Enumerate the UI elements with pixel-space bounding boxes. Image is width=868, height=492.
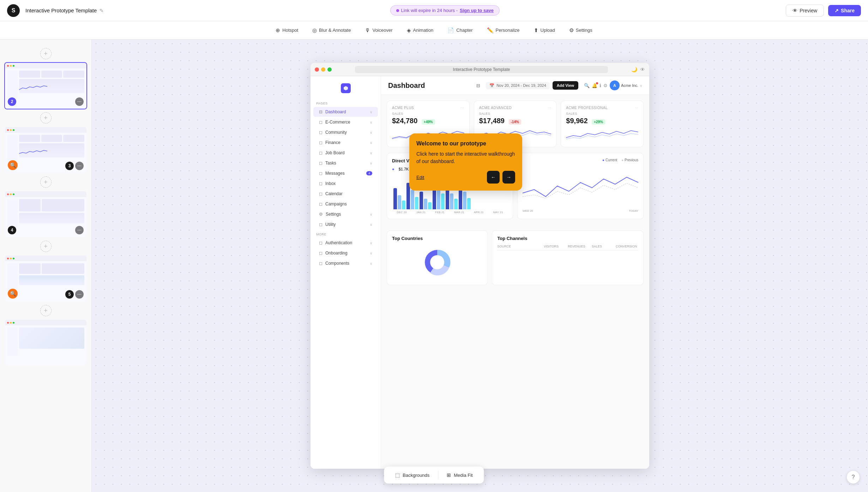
preview-icon: 👁 — [792, 8, 797, 13]
slide-num-3: 3 — [65, 162, 74, 170]
media-fit-button[interactable]: ⊞ Media Fit — [441, 469, 478, 481]
tooltip-next-btn[interactable]: → — [502, 171, 515, 184]
backgrounds-button[interactable]: ⬚ Backgrounds — [390, 469, 435, 481]
nav-item-dashboard[interactable]: ⊟Dashboard ∨ — [313, 107, 378, 117]
slide-menu-4[interactable]: ⋯ — [75, 226, 84, 234]
nav-item-ecommerce[interactable]: ◻E-Commerce ∨ — [313, 117, 378, 127]
notification-icon[interactable]: 🔔 — [592, 83, 597, 88]
ecommerce-icon: ◻ — [319, 120, 323, 125]
tooltip-edit-link[interactable]: Edit — [416, 175, 424, 180]
slide-item-4[interactable]: 4 ⋯ — [4, 191, 87, 238]
slide-item-3[interactable]: 🔍 3 ⋯ — [4, 126, 87, 174]
acme-advanced-more[interactable]: ⋯ — [548, 106, 551, 110]
add-slide-after-2[interactable]: + — [40, 112, 52, 124]
col-revenues: REVENUES — [568, 245, 590, 248]
tool-chapter[interactable]: 📄 Chapter — [442, 24, 478, 36]
nav-item-finance[interactable]: ◻Finance ∨ — [313, 138, 378, 148]
nav-item-tasks[interactable]: ◻Tasks ∨ — [313, 158, 378, 168]
nav-item-onboarding[interactable]: ◻Onboarding ∨ — [313, 248, 378, 258]
acme-plus-more[interactable]: ⋯ — [460, 106, 464, 110]
main-layout: + — [0, 40, 868, 492]
proto-logo-icon — [341, 83, 351, 93]
nav-item-community[interactable]: ◻Community ∨ — [313, 127, 378, 137]
tooltip-footer: Edit ← → — [416, 171, 515, 184]
tool-settings[interactable]: ⚙ Settings — [563, 24, 598, 36]
nav-item-inbox[interactable]: ◻Inbox — [313, 179, 378, 188]
gear-icon[interactable]: ⚙ — [603, 83, 608, 88]
prototype-frame: Interactive Prototype Template 🌙 👁 — [311, 63, 649, 469]
calendar-icon-small: 📅 — [489, 83, 494, 88]
nav-item-components[interactable]: ◻Components ∨ — [313, 258, 378, 268]
filter-icon-btn[interactable]: ⊟ — [473, 80, 483, 90]
add-view-button[interactable]: Add View — [553, 81, 578, 90]
acme-advanced-title: Acme Advanced — [479, 106, 512, 110]
direct-bullet: ● — [392, 167, 394, 171]
tool-voiceover[interactable]: 🎙 Voiceover — [359, 24, 398, 36]
tool-personalize-label: Personalize — [496, 28, 520, 33]
bottom-divider — [438, 471, 438, 479]
project-title-area: Interactive Prototype Template ✎ — [25, 7, 104, 13]
tool-upload[interactable]: ⬆ Upload — [528, 24, 561, 36]
search-icon[interactable]: 🔍 — [584, 83, 590, 88]
current-legend: ● Current — [602, 158, 617, 162]
tool-blur-annotate[interactable]: ◎ Blur & Annotate — [307, 24, 356, 36]
metric-card-acme-professional: Acme Professional ⋯ SALES $9,962 +29% — [561, 101, 644, 147]
slide-menu-2[interactable]: ⋯ — [75, 97, 84, 106]
preview-button[interactable]: 👁 Preview — [786, 5, 824, 17]
proto-nav-section-more: MORE — [311, 230, 381, 238]
proto-nav-section-pages: PAGES — [311, 99, 381, 107]
nav-item-calendar[interactable]: ◻Calendar — [313, 189, 378, 199]
direct-value: $1.7K — [399, 167, 409, 171]
personalize-icon: ✏️ — [487, 27, 494, 34]
slide-item-2[interactable]: 2 ⋯ — [4, 62, 87, 109]
topbar: S Interactive Prototype Template ✎ Link … — [0, 0, 868, 21]
slide-item-6[interactable] — [4, 319, 87, 366]
info-icon[interactable]: ℹ — [599, 83, 601, 88]
add-slide-after-5[interactable]: + — [40, 305, 52, 316]
col-sales: SALES — [592, 245, 614, 248]
user-account[interactable]: A Acme Inc. ∨ — [610, 80, 642, 90]
col-source: SOURCE — [497, 245, 542, 248]
edit-title-icon[interactable]: ✎ — [100, 8, 104, 13]
slide-item-5[interactable]: 🔍 5 ⋯ — [4, 255, 87, 302]
blur-annotate-icon: ◎ — [312, 27, 317, 34]
tool-personalize[interactable]: ✏️ Personalize — [481, 24, 525, 36]
line-chart-labels: WED 20 TODAY — [523, 209, 638, 212]
add-slide-after-3[interactable]: + — [40, 176, 52, 188]
proto-main-header: Dashboard ⊟ 📅 Nov 20, 2024 - Dec 19, 202… — [381, 76, 649, 95]
date-range-display[interactable]: 📅 Nov 20, 2024 - Dec 19, 2024 — [486, 82, 550, 89]
nav-item-authentication[interactable]: ◻Authentication ∨ — [313, 238, 378, 248]
nav-item-settings[interactable]: ⚙Settings ∨ — [313, 209, 378, 219]
backgrounds-label: Backgrounds — [403, 473, 429, 478]
slide-thumbnail-2 — [5, 63, 86, 109]
acme-advanced-badge: -14% — [509, 119, 521, 125]
tooltip-prev-btn[interactable]: ← — [487, 171, 500, 184]
tool-hotspot[interactable]: ⊕ Hotspot — [270, 24, 304, 36]
campaigns-icon: ◻ — [319, 202, 323, 206]
slide-menu-3[interactable]: ⋯ — [75, 162, 84, 170]
tool-animation[interactable]: ◈ Animation — [401, 24, 439, 36]
app-logo[interactable]: S — [7, 4, 20, 17]
project-title-text: Interactive Prototype Template — [25, 7, 97, 13]
nav-item-utility[interactable]: ◻Utility ∨ — [313, 220, 378, 229]
slide-thumbnail-4 — [5, 191, 86, 237]
utility-chevron: ∨ — [370, 223, 372, 227]
add-slide-after-4[interactable]: + — [40, 241, 52, 252]
jobboard-icon: ◻ — [319, 150, 323, 155]
help-button[interactable]: ? — [847, 471, 860, 484]
pie-chart-area — [392, 245, 482, 280]
nav-item-messages[interactable]: ◻Messages 4 — [313, 168, 378, 178]
nav-item-campaigns[interactable]: ◻Campaigns — [313, 199, 378, 209]
acme-pro-more[interactable]: ⋯ — [635, 106, 639, 110]
nav-item-jobboard[interactable]: ◻Job Board ∨ — [313, 148, 378, 158]
channels-header-row: SOURCE VISITORS REVENUES SALES CONVERSIO… — [497, 245, 638, 251]
bar-chart-labels: DEC 20 JAN 21 FEB 21 MAR 21 APR 21 MAY 2… — [392, 211, 508, 214]
community-chevron: ∨ — [370, 131, 372, 134]
tooltip-nav-buttons: ← → — [487, 171, 515, 184]
right-chart-section: ● Current ● Previous WED 20 — [517, 153, 644, 219]
upload-icon: ⬆ — [534, 27, 538, 34]
add-slide-top[interactable]: + — [40, 48, 52, 59]
signup-link[interactable]: Sign up to save — [460, 8, 494, 13]
share-button[interactable]: ↗ Share — [828, 5, 861, 16]
slide-menu-5[interactable]: ⋯ — [75, 290, 84, 299]
